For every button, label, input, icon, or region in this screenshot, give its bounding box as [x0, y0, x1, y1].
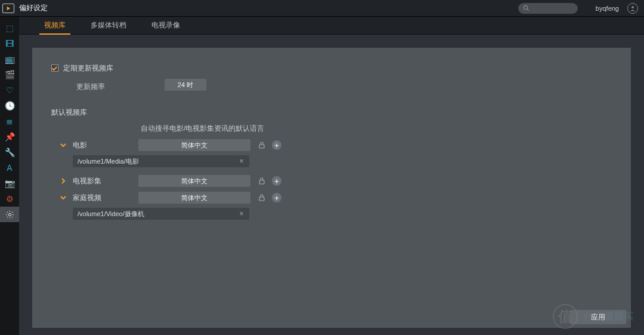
video-library-icon: 🎬	[5, 70, 14, 79]
lock-icon	[258, 193, 266, 202]
tool-icon: 🔧	[5, 148, 14, 157]
library-name: 家庭视频	[73, 193, 138, 203]
main-area: 视频库 多媒体转档 电视录像 定期更新视频库 更新频率 24 时	[19, 17, 644, 335]
sidebar-item-favorite[interactable]: ♡	[0, 82, 19, 98]
sidebar-item-overview[interactable]: ⬚	[0, 20, 19, 36]
path-field-home[interactable]: /volume1/Video/摄像机 ×	[73, 208, 249, 220]
path-row: /volume1/Media/电影 ×	[73, 154, 631, 168]
update-frequency-select[interactable]: 24 时	[165, 79, 206, 91]
remove-path-button[interactable]: ×	[237, 210, 246, 218]
apply-button[interactable]: 应用	[570, 310, 626, 324]
sidebar-item-library[interactable]: 🎬	[0, 67, 19, 82]
svg-line-1	[527, 9, 529, 11]
search-input[interactable]	[518, 3, 578, 14]
sidebar-item-tool[interactable]: 🔧	[0, 145, 19, 160]
library-name: 电影	[73, 140, 138, 150]
add-path-button-tvshow[interactable]: +	[272, 176, 281, 186]
sidebar-item-text[interactable]: A	[0, 160, 19, 176]
link-icon: 📌	[5, 133, 14, 142]
library-row-movie: 电影 简体中文 +	[51, 137, 631, 153]
update-frequency-label: 更新频率	[76, 82, 105, 92]
svg-point-3	[8, 213, 11, 216]
sidebar-item-voice[interactable]: ⚙	[0, 191, 19, 207]
tab-tv-record[interactable]: 电视录像	[148, 20, 184, 34]
expand-toggle-movie[interactable]	[60, 142, 67, 148]
language-select-home[interactable]: 简体中文	[138, 192, 250, 204]
tv-icon: 📺	[5, 55, 14, 64]
tab-transcode[interactable]: 多媒体转档	[87, 20, 130, 34]
titlebar: 偏好设定 byqfeng	[0, 0, 644, 17]
sidebar-item-link[interactable]: 📌	[0, 129, 19, 145]
history-icon: 🕓	[5, 102, 14, 110]
language-select-movie[interactable]: 简体中文	[138, 139, 250, 151]
sidebar-item-settings[interactable]	[0, 207, 19, 222]
svg-point-0	[524, 5, 527, 9]
sidebar-item-tv[interactable]: 📺	[0, 51, 19, 67]
search-icon	[523, 5, 530, 11]
path-row: /volume1/Video/摄像机 ×	[73, 207, 631, 221]
add-path-button-home[interactable]: +	[272, 193, 281, 202]
text-icon: A	[5, 164, 14, 173]
sidebar-item-photo[interactable]: 📷	[0, 176, 19, 191]
overview-icon: ⬚	[5, 24, 14, 33]
tabs: 视频库 多媒体转档 电视录像	[19, 17, 644, 35]
settings-panel: 定期更新视频库 更新频率 24 时 默认视频库 自动搜寻电影/电视影集资讯的默认…	[32, 48, 631, 328]
movie-icon: 🎞	[5, 39, 14, 48]
lock-icon	[258, 141, 266, 149]
photo-icon: 📷	[5, 179, 14, 188]
playlist-icon: ≣	[5, 117, 14, 126]
svg-rect-6	[259, 197, 264, 201]
sidebar-item-movie[interactable]: 🎞	[0, 36, 19, 51]
sidebar: ⬚ 🎞 📺 🎬 ♡ 🕓 ≣ 📌 🔧 A 📷 ⚙	[0, 17, 19, 335]
expand-toggle-home[interactable]	[60, 195, 67, 201]
path-text: /volume1/Video/摄像机	[78, 210, 144, 219]
person-icon	[630, 5, 636, 11]
favorite-icon: ♡	[5, 86, 14, 95]
library-name: 电视影集	[73, 176, 138, 186]
library-row-home: 家庭视频 简体中文 +	[51, 190, 631, 205]
app-logo	[2, 4, 14, 13]
auto-update-checkbox[interactable]	[51, 64, 58, 72]
user-avatar[interactable]	[627, 3, 638, 14]
language-hint: 自动搜寻电影/电视影集资讯的默认语言	[141, 124, 631, 134]
tab-video-library[interactable]: 视频库	[41, 20, 69, 34]
language-select-tvshow[interactable]: 简体中文	[138, 175, 250, 187]
path-field-movie[interactable]: /volume1/Media/电影 ×	[73, 155, 249, 167]
page-title: 偏好设定	[19, 3, 48, 13]
username-label[interactable]: byqfeng	[596, 5, 619, 12]
path-text: /volume1/Media/电影	[78, 157, 139, 166]
sidebar-item-history[interactable]: 🕓	[0, 98, 19, 113]
voice-icon: ⚙	[5, 195, 14, 204]
svg-rect-4	[259, 145, 264, 148]
add-path-button-movie[interactable]: +	[272, 140, 281, 150]
default-library-title: 默认视频库	[51, 107, 631, 118]
lock-icon	[258, 177, 266, 185]
svg-point-2	[631, 6, 634, 8]
svg-rect-5	[259, 180, 264, 184]
sidebar-item-playlist[interactable]: ≣	[0, 113, 19, 129]
settings-icon	[5, 210, 14, 219]
library-row-tvshow: 电视影集 简体中文 +	[51, 173, 631, 189]
remove-path-button[interactable]: ×	[237, 157, 246, 165]
expand-toggle-tvshow[interactable]	[60, 178, 67, 184]
auto-update-label: 定期更新视频库	[63, 63, 113, 73]
